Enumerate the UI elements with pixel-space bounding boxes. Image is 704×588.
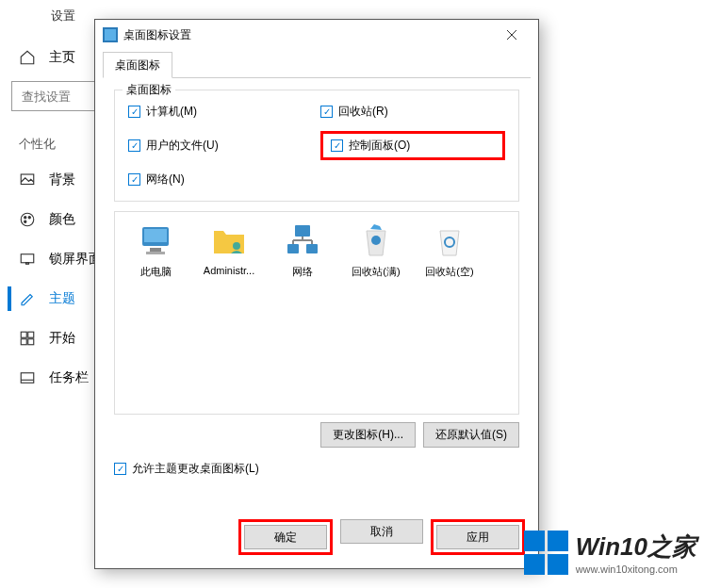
svg-rect-10 bbox=[28, 339, 34, 345]
highlight-apply: 应用 bbox=[431, 519, 525, 555]
svg-rect-19 bbox=[150, 248, 161, 252]
sidebar-item-label: 开始 bbox=[49, 330, 75, 347]
watermark-brand: Win10之家 bbox=[576, 531, 696, 564]
checkbox-network[interactable]: ✓网络(N) bbox=[128, 172, 313, 188]
checkbox-label: 计算机(M) bbox=[146, 104, 197, 120]
recycle-full-icon bbox=[357, 221, 395, 259]
restore-default-button[interactable]: 还原默认值(S) bbox=[423, 422, 519, 448]
close-icon bbox=[506, 29, 517, 41]
svg-rect-5 bbox=[21, 254, 34, 263]
folder-user-icon bbox=[210, 221, 248, 259]
checkbox-label: 控制面板(O) bbox=[349, 138, 410, 154]
checkbox-label: 回收站(R) bbox=[338, 104, 388, 120]
highlight-control-panel: ✓控制面板(O) bbox=[320, 131, 505, 160]
dialog-icon bbox=[103, 27, 118, 42]
tab-desktop-icons[interactable]: 桌面图标 bbox=[103, 52, 172, 78]
windows-logo-icon bbox=[524, 531, 568, 575]
computer-icon bbox=[137, 221, 174, 259]
svg-rect-22 bbox=[295, 225, 310, 237]
checkbox-label: 网络(N) bbox=[146, 172, 185, 188]
icon-label: 此电脑 bbox=[140, 265, 172, 279]
sidebar-item-label: 任务栏 bbox=[49, 369, 89, 386]
theme-icon bbox=[19, 290, 36, 307]
icon-label: Administr... bbox=[204, 265, 254, 276]
svg-point-4 bbox=[25, 220, 26, 222]
checkbox-label: 用户的文件(U) bbox=[146, 138, 219, 154]
change-icon-button[interactable]: 更改图标(H)... bbox=[320, 422, 416, 448]
svg-point-21 bbox=[233, 242, 240, 250]
desktop-icon-settings-dialog: 桌面图标设置 桌面图标 桌面图标 ✓计算机(M) ✓回收站(R) ✓用户的文件(… bbox=[94, 19, 539, 569]
home-label: 主页 bbox=[49, 49, 75, 66]
svg-point-3 bbox=[28, 217, 30, 219]
preview-icon-recycle-full[interactable]: 回收站(满) bbox=[341, 221, 411, 279]
svg-point-2 bbox=[25, 217, 26, 219]
checkbox-computer[interactable]: ✓计算机(M) bbox=[128, 104, 313, 120]
svg-rect-11 bbox=[21, 373, 34, 384]
checkbox-userfiles[interactable]: ✓用户的文件(U) bbox=[128, 131, 313, 160]
desktop-icons-group: 桌面图标 ✓计算机(M) ✓回收站(R) ✓用户的文件(U) ✓控制面板(O) … bbox=[114, 90, 519, 202]
checkbox-control-panel[interactable]: ✓控制面板(O) bbox=[331, 138, 495, 154]
svg-rect-6 bbox=[26, 263, 29, 265]
lockscreen-icon bbox=[19, 251, 36, 268]
svg-rect-20 bbox=[146, 252, 165, 254]
icon-label: 网络 bbox=[292, 265, 313, 279]
home-icon bbox=[19, 49, 36, 66]
svg-rect-9 bbox=[21, 339, 26, 345]
svg-point-1 bbox=[21, 213, 34, 226]
apply-button[interactable]: 应用 bbox=[436, 525, 519, 549]
group-label: 桌面图标 bbox=[123, 82, 175, 98]
preview-icon-user[interactable]: Administr... bbox=[194, 221, 264, 276]
icon-label: 回收站(空) bbox=[425, 265, 473, 279]
start-icon bbox=[19, 330, 36, 347]
sidebar-item-label: 主题 bbox=[49, 290, 75, 307]
taskbar-icon bbox=[19, 369, 36, 386]
sidebar-item-label: 颜色 bbox=[49, 211, 75, 228]
network-icon bbox=[284, 221, 321, 259]
close-button[interactable] bbox=[493, 22, 531, 48]
icon-label: 回收站(满) bbox=[352, 265, 400, 279]
svg-rect-23 bbox=[287, 244, 299, 253]
checkbox-allow-themes[interactable]: ✓允许主题更改桌面图标(L) bbox=[114, 461, 519, 477]
palette-icon bbox=[19, 211, 36, 228]
preview-icon-network[interactable]: 网络 bbox=[268, 221, 337, 279]
recycle-empty-icon bbox=[431, 221, 468, 259]
watermark-url: www.win10xitong.com bbox=[576, 564, 696, 575]
checkbox-recycle[interactable]: ✓回收站(R) bbox=[320, 104, 505, 120]
dialog-title: 桌面图标设置 bbox=[123, 27, 493, 43]
watermark: Win10之家 www.win10xitong.com bbox=[524, 531, 696, 575]
settings-app-title: 设置 bbox=[51, 8, 75, 24]
sidebar-item-label: 背景 bbox=[49, 172, 75, 188]
icon-preview-area: 此电脑 Administr... 网络 回收站(满) 回收站(空) bbox=[114, 211, 519, 415]
svg-point-29 bbox=[371, 236, 381, 245]
preview-icon-recycle-empty[interactable]: 回收站(空) bbox=[415, 221, 484, 279]
svg-rect-18 bbox=[144, 229, 167, 242]
svg-rect-24 bbox=[306, 244, 318, 253]
preview-icon-this-pc[interactable]: 此电脑 bbox=[121, 221, 190, 279]
svg-rect-14 bbox=[105, 29, 116, 41]
svg-rect-8 bbox=[28, 332, 34, 337]
ok-button[interactable]: 确定 bbox=[244, 525, 327, 549]
highlight-ok: 确定 bbox=[238, 519, 333, 555]
svg-rect-7 bbox=[21, 332, 26, 337]
picture-icon bbox=[19, 172, 36, 188]
checkbox-label: 允许主题更改桌面图标(L) bbox=[132, 461, 259, 477]
cancel-button[interactable]: 取消 bbox=[340, 519, 423, 544]
